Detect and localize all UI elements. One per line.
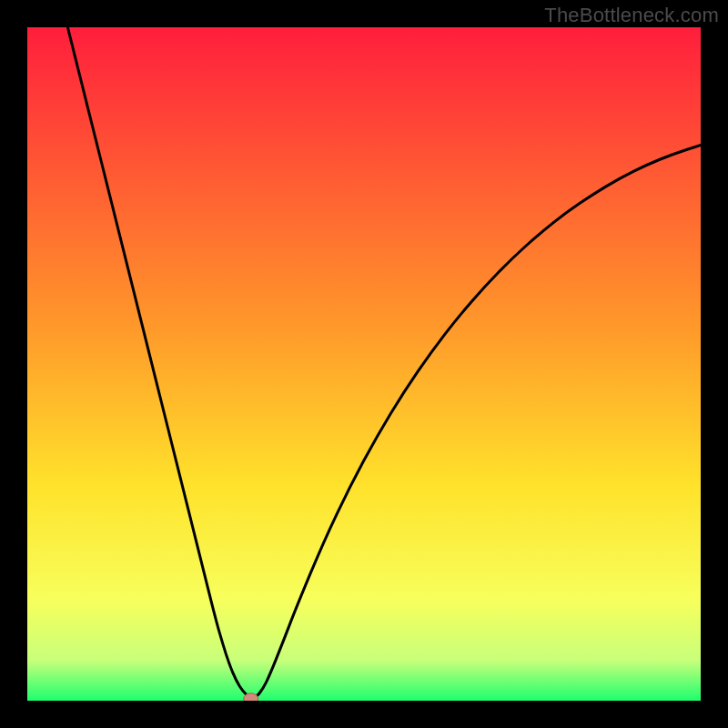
plot-area [27, 27, 701, 701]
optimum-marker [244, 693, 258, 701]
watermark-text: TheBottleneck.com [544, 4, 719, 27]
bottleneck-chart [27, 27, 701, 701]
gradient-background [27, 27, 701, 701]
chart-frame: { "watermark": "TheBottleneck.com", "col… [0, 0, 728, 728]
